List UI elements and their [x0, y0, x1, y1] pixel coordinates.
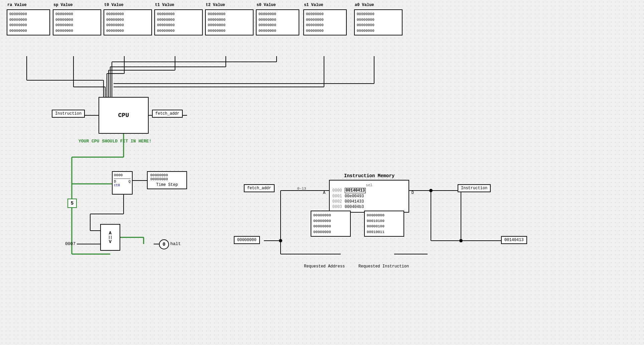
halt-value: 0 — [163, 242, 165, 247]
halt-circle: 0 — [159, 239, 169, 249]
svg-point-45 — [429, 189, 433, 192]
value-00140413-right: 00140413 — [501, 236, 527, 244]
register-t2-box: 00000000000000000000000000000000 — [205, 9, 254, 35]
register-s1-label: s1 Value — [304, 3, 323, 7]
fetch-addr-output-label: fetch_addr — [152, 110, 183, 118]
svg-point-52 — [459, 239, 463, 242]
register-t1-box: 00000000000000000000000000000000 — [154, 9, 203, 35]
timestep-box: 00000000 00000000 Time Step — [147, 171, 187, 189]
clock-symbol: 5 — [67, 199, 77, 208]
register-t0-box: 00000000000000000000000000000000 — [104, 9, 152, 35]
cpu-message: YOUR CPU SHOULD FIT IN HERE! — [78, 139, 151, 144]
register-sp-box: 00000000000000000000000000000000 — [53, 9, 101, 35]
value-0007: 0007 — [65, 241, 75, 246]
inst-mem-title: Instruction Memory — [344, 173, 394, 179]
instruction-input-label: Instruction — [52, 110, 85, 118]
fetch-addr-left-label: fetch_addr — [244, 184, 275, 192]
wire-label-013: 0-13 — [297, 187, 306, 191]
halt-label: halt — [170, 241, 181, 246]
svg-point-47 — [279, 239, 282, 242]
register-t1-label: t1 Value — [155, 3, 174, 7]
register-s0-label: s0 Value — [257, 3, 276, 7]
register-s0-box: 00000000000000000000000000000000 — [256, 9, 299, 35]
req-addr-box: 00000000 00000000 00000000 00000000 — [311, 211, 351, 237]
cpu-label: CPU — [118, 112, 129, 119]
inst-mem-box: A D sel 0000 00140413 0001 00e00493 0002… — [329, 180, 409, 213]
register-a0-label: a0 Value — [355, 3, 374, 7]
req-inst-box: 00000000 00010100 00000100 00010011 — [364, 211, 404, 237]
wire-svg — [0, 0, 644, 345]
register-a0-box: 00000000000000000000000000000000 — [354, 9, 402, 35]
diagram-container: ra Value 0000000000000000000000000000000… — [0, 0, 644, 345]
register-sp-label: sp Value — [53, 3, 73, 7]
register-t0-label: t0 Value — [104, 3, 124, 7]
register-ra-box: 00000000000000000000000000000000 — [7, 9, 50, 35]
requested-instruction-label: Requested Instruction — [358, 264, 409, 269]
requested-address-label: Requested Address — [304, 264, 345, 269]
instruction-right-label: Instruction — [458, 184, 491, 192]
register-t2-label: t2 Value — [206, 3, 225, 7]
value-00000000-bottom: 00000000 — [234, 236, 260, 244]
dff-box: 0000 DQ ct0 — [112, 171, 133, 195]
cpu-box: CPU — [99, 97, 149, 134]
register-ra-label: ra Value — [7, 3, 27, 7]
register-s1-box: 00000000000000000000000000000000 — [303, 9, 347, 35]
all-box: A || V — [100, 224, 120, 251]
